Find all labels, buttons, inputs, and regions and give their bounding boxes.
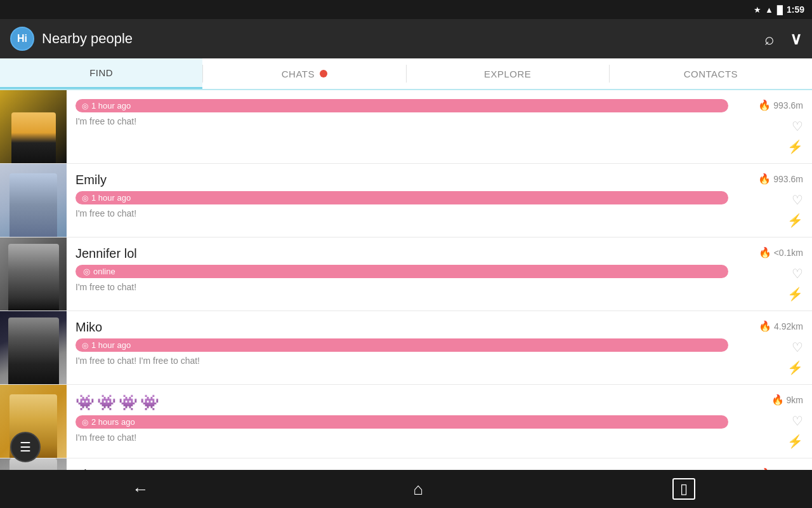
time-badge: ◎ 1 hour ago xyxy=(75,99,728,112)
tab-contacts[interactable]: CONTACTS xyxy=(610,58,812,89)
nav-bar: ← ⌂ ▯ xyxy=(0,470,812,508)
chevron-down-icon[interactable]: ∨ xyxy=(790,29,802,49)
fire-icon: 🔥 xyxy=(759,467,771,470)
list-item[interactable]: 👾 👾 👾 👾 ◎ 2 hours ago I'm free to chat! … xyxy=(0,385,812,458)
app-logo-area: Hi Nearby people xyxy=(10,27,764,51)
list-item[interactable]: Miko ◎ 1 hour ago I'm free to chat! I'm … xyxy=(0,311,812,385)
tab-explore[interactable]: EXPLORE xyxy=(407,58,609,89)
hi-logo: Hi xyxy=(10,27,34,51)
fire-icon: 🔥 xyxy=(758,173,771,185)
status-time: 1:59 xyxy=(787,4,804,15)
top-bar: Hi Nearby people ⌕ ∨ xyxy=(0,19,812,58)
list-item[interactable]: Jennifer lol ◎ online I'm free to chat! … xyxy=(0,237,812,311)
time-label: 2 hours ago xyxy=(91,417,135,427)
tab-chats-label: CHATS xyxy=(282,69,315,79)
distance: 🔥 <0.1km xyxy=(759,246,803,258)
person-name: Emily xyxy=(75,173,728,187)
back-button[interactable]: ← xyxy=(117,474,164,504)
fire-icon: 🔥 xyxy=(759,246,771,258)
person-info: Emily ◎ 1 hour ago I'm free to chat! xyxy=(67,164,736,237)
tab-chats[interactable]: CHATS xyxy=(203,58,405,89)
person-info: Jennifer lol ◎ online I'm free to chat! xyxy=(67,237,736,311)
person-status: I'm free to chat! I'm free to chat! xyxy=(75,356,728,366)
person-name: King xyxy=(75,467,728,470)
heart-icon[interactable]: ♡ xyxy=(792,340,803,355)
online-badge: ◎ online xyxy=(75,265,728,278)
tab-explore-label: EXPLORE xyxy=(484,69,531,79)
person-right: 🔥 0.92km xyxy=(736,458,812,470)
list-item[interactable]: Emily ◎ 1 hour ago I'm free to chat! 🔥 9… xyxy=(0,164,812,237)
location-pin-icon: ◎ xyxy=(82,194,88,203)
person-right: 🔥 993.6m ♡ ⚡ xyxy=(736,90,812,163)
lightning-icon[interactable]: ⚡ xyxy=(787,360,803,375)
distance: 🔥 993.6m xyxy=(758,173,803,185)
page-title: Nearby people xyxy=(42,30,133,47)
avatar xyxy=(0,164,67,237)
emoji-4: 👾 xyxy=(140,394,159,411)
fire-icon: 🔥 xyxy=(758,99,771,111)
heart-icon[interactable]: ♡ xyxy=(792,192,803,208)
person-status: I'm free to chat! xyxy=(75,282,728,292)
person-right: 🔥 993.6m ♡ ⚡ xyxy=(736,164,812,237)
time-badge: ◎ 2 hours ago xyxy=(75,415,728,429)
status-icons: ★ ▲ █ 1:59 xyxy=(754,4,804,15)
time-badge: ◎ 1 hour ago xyxy=(75,338,728,352)
person-status: I'm free to chat! xyxy=(75,208,728,218)
time-label: 1 hour ago xyxy=(91,101,131,110)
action-icons: ♡ ⚡ xyxy=(787,119,803,154)
fire-icon: 🔥 xyxy=(771,394,784,406)
avatar xyxy=(0,237,67,311)
person-info: King xyxy=(67,458,736,470)
distance-value: 993.6m xyxy=(773,100,803,110)
emoji-3: 👾 xyxy=(119,394,138,411)
distance-value: 4.92km xyxy=(774,321,803,331)
person-info: ◎ 1 hour ago I'm free to chat! xyxy=(67,90,736,163)
tab-bar: FIND CHATS EXPLORE CONTACTS xyxy=(0,58,812,90)
lightning-icon[interactable]: ⚡ xyxy=(787,213,803,228)
lightning-icon[interactable]: ⚡ xyxy=(787,139,803,154)
distance: 🔥 0.92km xyxy=(759,467,803,470)
person-right: 🔥 <0.1km ♡ ⚡ xyxy=(736,237,812,311)
action-icons: ♡ ⚡ xyxy=(787,266,803,302)
status-bar: ★ ▲ █ 1:59 xyxy=(0,0,812,19)
bluetooth-icon: ★ xyxy=(754,5,761,15)
tab-find[interactable]: FIND xyxy=(0,58,202,89)
heart-icon[interactable]: ♡ xyxy=(792,266,803,281)
heart-icon[interactable]: ♡ xyxy=(792,413,803,429)
lightning-icon[interactable]: ⚡ xyxy=(787,286,803,302)
location-pin-icon: ◎ xyxy=(82,102,88,110)
heart-icon[interactable]: ♡ xyxy=(792,119,803,134)
list-item[interactable]: ◎ 1 hour ago I'm free to chat! 🔥 993.6m … xyxy=(0,90,812,164)
location-pin-icon: ◎ xyxy=(82,418,88,427)
distance-value: <0.1km xyxy=(774,248,803,258)
tab-contacts-label: CONTACTS xyxy=(684,69,738,79)
people-list: ◎ 1 hour ago I'm free to chat! 🔥 993.6m … xyxy=(0,90,812,470)
distance-value: 993.6m xyxy=(773,174,803,184)
home-button[interactable]: ⌂ xyxy=(398,474,438,504)
avatar xyxy=(0,311,67,384)
distance-value: 0.92km xyxy=(774,469,803,471)
action-icons: ♡ ⚡ xyxy=(787,340,803,375)
list-item[interactable]: King 🔥 0.92km xyxy=(0,458,812,470)
search-icon[interactable]: ⌕ xyxy=(764,29,775,49)
menu-fab-button[interactable]: ☰ xyxy=(10,432,41,462)
time-label: 1 hour ago xyxy=(91,340,131,350)
action-icons: ♡ ⚡ xyxy=(787,413,803,449)
action-icons: ♡ ⚡ xyxy=(787,192,803,228)
location-pin-icon: ◎ xyxy=(83,267,90,276)
distance: 🔥 9km xyxy=(771,394,803,406)
fire-icon: 🔥 xyxy=(759,320,771,332)
tab-find-label: FIND xyxy=(89,67,113,78)
wifi-icon: ▲ xyxy=(765,5,773,15)
person-right: 🔥 9km ♡ ⚡ xyxy=(736,385,812,458)
distance: 🔥 4.92km xyxy=(759,320,803,332)
person-info: Miko ◎ 1 hour ago I'm free to chat! I'm … xyxy=(67,311,736,384)
person-right: 🔥 4.92km ♡ ⚡ xyxy=(736,311,812,384)
lightning-icon[interactable]: ⚡ xyxy=(787,434,803,449)
person-name: Miko xyxy=(75,320,728,335)
recents-button[interactable]: ▯ xyxy=(672,478,695,500)
location-pin-icon: ◎ xyxy=(82,341,88,350)
person-name-emoji: 👾 👾 👾 👾 xyxy=(75,394,728,411)
time-label: 1 hour ago xyxy=(91,193,131,203)
distance: 🔥 993.6m xyxy=(758,99,803,111)
